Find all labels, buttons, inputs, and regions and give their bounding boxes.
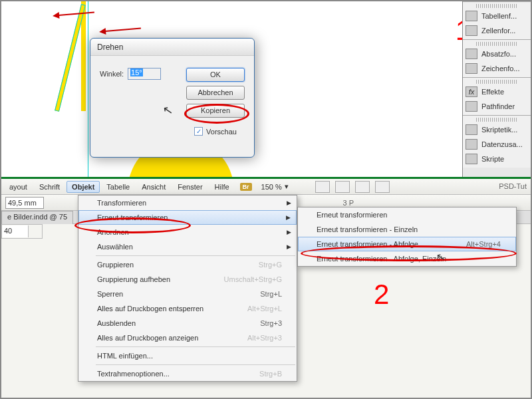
p-label: 3 P: [342, 199, 354, 207]
menu-bar: ayout Schrift Objekt Tabelle Ansicht Fen…: [1, 179, 531, 195]
preview-label: Vorschau: [206, 128, 237, 136]
data-merge-icon: [466, 139, 477, 150]
dialog-title: Drehen: [90, 39, 254, 56]
panel-label: Zellenfor...: [481, 27, 515, 35]
panel-label: Absatzfo...: [481, 50, 516, 58]
menu-tabelle[interactable]: Tabelle: [101, 181, 135, 193]
menu-ansicht[interactable]: Ansicht: [136, 181, 171, 193]
brand-label: PSD-Tut: [499, 182, 527, 190]
rotate-dialog: Drehen Winkel: 15° OK Abbrechen Kopieren…: [90, 38, 255, 158]
bridge-badge[interactable]: Br: [240, 183, 252, 191]
view-mode-icon[interactable]: [315, 181, 330, 193]
menu-item[interactable]: Erneut transformieren - AbfolgeAlt+Strg+…: [298, 237, 516, 251]
para-styles-icon: [466, 49, 477, 59]
screen-mode-icon[interactable]: [335, 181, 350, 193]
erneut-transformieren-submenu: Erneut transformierenErneut transformier…: [297, 207, 517, 267]
panel-dock: Tabellenf... Zellenfor... Absatzfo... Ze…: [462, 1, 531, 177]
panel-item[interactable]: Tabellenf...: [463, 9, 531, 23]
menu-item[interactable]: SperrenStrg+L: [78, 287, 297, 301]
menu-item[interactable]: Erneut transformieren - Abfolge, Einzeln: [298, 251, 516, 266]
effects-icon: fx: [466, 86, 477, 97]
bottom-pane: ayout Schrift Objekt Tabelle Ansicht Fen…: [1, 179, 531, 398]
annotation-number-2: 2: [374, 279, 389, 311]
panel-label: Tabellenf...: [481, 12, 517, 20]
panel-label: Effekte: [481, 88, 504, 96]
panel-item[interactable]: Datenzusa...: [463, 137, 531, 152]
menu-item[interactable]: AusblendenStrg+3: [78, 316, 297, 331]
cancel-button[interactable]: Abbrechen: [186, 86, 245, 100]
cell-formats-icon: [466, 25, 477, 36]
menu-item[interactable]: Anordnen▶: [78, 225, 297, 239]
panel-label: Zeichenfo...: [481, 65, 519, 72]
workspace-icon[interactable]: [375, 181, 390, 193]
menu-item[interactable]: Auswählen▶: [78, 239, 297, 254]
menu-item: Gruppierung aufhebenUmschalt+Strg+G: [78, 272, 297, 287]
menu-item[interactable]: Erneut transformieren: [298, 207, 516, 222]
menu-objekt[interactable]: Objekt: [66, 181, 100, 193]
copy-button[interactable]: Kopieren: [186, 104, 245, 118]
table-formats-icon: [466, 11, 477, 21]
menu-item: Alles auf Druckbogen entsperrenAlt+Strg+…: [78, 301, 297, 316]
char-styles-icon: [466, 63, 477, 74]
annotation-arrow: [101, 27, 141, 32]
x-field[interactable]: 49,5 mm: [5, 197, 44, 209]
panel-item[interactable]: Zellenfor...: [463, 23, 531, 38]
field-40[interactable]: 40: [2, 225, 29, 237]
top-pane: 1 Tabellenf... Zellenfor... Absatzfo... …: [1, 1, 531, 177]
chevron-down-icon[interactable]: ▾: [285, 182, 289, 191]
arrange-icon[interactable]: [355, 181, 370, 193]
scripts-icon: [466, 154, 477, 164]
objekt-menu: Transformieren▶Erneut transformieren▶Ano…: [78, 195, 297, 382]
menu-item[interactable]: HTML einfügen...: [78, 348, 297, 363]
panel-label: Datenzusa...: [481, 140, 523, 148]
panel-label: Skripte: [481, 155, 504, 163]
menu-item: GruppierenStrg+G: [78, 257, 297, 272]
menu-item: Alles auf Druckbogen anzeigenAlt+Strg+3: [78, 331, 297, 345]
menu-item: Textrahmenoptionen...Strg+B: [78, 366, 297, 381]
angle-label: Winkel:: [100, 70, 124, 78]
menu-item[interactable]: Transformieren▶: [78, 196, 297, 210]
panel-item[interactable]: Zeichenfo...: [463, 61, 531, 76]
menu-item[interactable]: Erneut transformieren - Einzeln: [298, 222, 516, 237]
pathfinder-icon: [466, 101, 477, 112]
angle-input[interactable]: 15°: [128, 68, 161, 80]
checkbox-icon: ✓: [194, 127, 203, 136]
ok-button[interactable]: OK: [186, 68, 245, 82]
preview-checkbox[interactable]: ✓ Vorschau: [186, 127, 245, 136]
panel-label: Skriptetik...: [481, 126, 517, 134]
panel-label: Pathfinder: [481, 102, 515, 110]
menu-schrift[interactable]: Schrift: [34, 181, 65, 193]
document-tab[interactable]: e Bilder.indd @ 75: [1, 211, 73, 224]
menu-layout[interactable]: ayout: [4, 181, 33, 193]
zoom-level[interactable]: 150 %: [261, 183, 282, 191]
panel-item[interactable]: fxEffekte: [463, 84, 531, 99]
menu-fenster[interactable]: Fenster: [172, 181, 207, 193]
panel-item[interactable]: Skripte: [463, 152, 531, 166]
panel-item[interactable]: Absatzfo...: [463, 47, 531, 61]
panel-item[interactable]: Pathfinder: [463, 99, 531, 114]
guide-line: [88, 1, 88, 177]
script-label-icon: [466, 124, 477, 135]
menu-item[interactable]: Erneut transformieren▶: [78, 210, 297, 225]
panel-item[interactable]: Skriptetik...: [463, 122, 531, 137]
menu-hilfe[interactable]: Hilfe: [209, 181, 235, 193]
